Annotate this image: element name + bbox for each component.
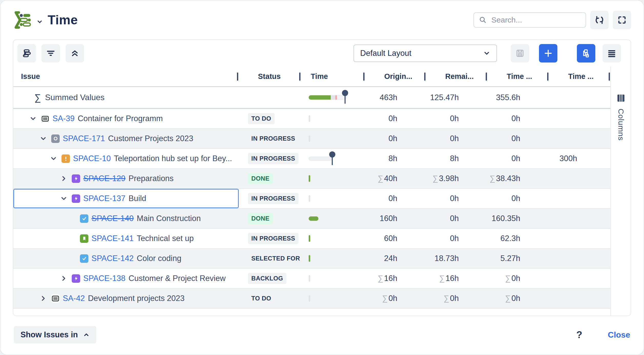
issue-key-link[interactable]: SPACE-10 (73, 154, 111, 163)
time-spent-value: 62.3h (487, 234, 549, 243)
time-spent-value: 5.27h (487, 254, 549, 263)
time-spent-value: 0h (487, 114, 549, 123)
status-badge[interactable]: BACKLOG (248, 273, 286, 284)
issue-type-task-icon (80, 254, 88, 263)
column-header-time-spent[interactable]: Time ... (487, 67, 549, 86)
column-header-time-4[interactable]: Time ... (549, 67, 610, 86)
table-header-row: Issue Status Time Origin... Remai... Tim… (13, 67, 610, 87)
issue-type-epic-icon (72, 174, 80, 183)
group-by-button[interactable] (17, 44, 36, 62)
app-switcher-chevron-down-icon[interactable] (36, 18, 43, 25)
table-row[interactable]: SPACE-171 Customer Projects 2023 IN PROG… (13, 129, 610, 149)
issue-key-link[interactable]: SPACE-138 (83, 274, 126, 283)
issue-key-link[interactable]: SPACE-142 (91, 254, 134, 263)
issue-key-link[interactable]: SPACE-137 (83, 194, 126, 203)
time-spent-value: ∑0h (487, 294, 549, 303)
add-button[interactable] (539, 44, 557, 62)
status-badge[interactable]: IN PROGRESS (248, 153, 298, 164)
issue-key-link[interactable]: SPACE-141 (91, 234, 134, 243)
status-badge[interactable]: TO DO (248, 113, 275, 124)
refresh-button[interactable] (590, 11, 609, 29)
time-bar (309, 135, 310, 142)
column-header-status[interactable]: Status (239, 67, 301, 86)
layout-select[interactable]: Default Layout (354, 45, 497, 62)
column-resize-handle[interactable] (299, 72, 300, 81)
chevron-right-icon[interactable] (38, 294, 48, 303)
status-badge[interactable]: IN PROGRESS (248, 193, 298, 204)
table-row[interactable]: SA-42 Development projects 2023 TO DO ∑0… (13, 289, 610, 309)
search-box[interactable] (473, 12, 586, 28)
column-resize-handle[interactable] (547, 72, 548, 81)
issue-type-task-icon (80, 214, 88, 223)
time-bar (309, 275, 310, 282)
issue-key-link[interactable]: SA-42 (63, 294, 85, 303)
column-header-time[interactable]: Time (301, 67, 365, 86)
help-button[interactable]: ? (576, 329, 582, 340)
close-button[interactable]: Close (608, 330, 630, 340)
issue-key-link[interactable]: SPACE-171 (63, 134, 105, 143)
fullscreen-icon (617, 15, 627, 25)
sigma-icon: ∑ (34, 92, 41, 103)
original-estimate-value: 0h (365, 114, 426, 123)
refresh-icon (595, 15, 604, 25)
column-header-remaining[interactable]: Remai... (426, 67, 487, 86)
issue-summary: Preparations (129, 174, 174, 183)
status-badge[interactable]: SELECTED FOR (248, 253, 303, 264)
chevron-down-icon[interactable] (38, 134, 48, 143)
collapse-all-button[interactable] (66, 44, 84, 62)
list-view-button[interactable] (603, 44, 621, 62)
time-bar (309, 216, 318, 221)
column-header-original-estimate[interactable]: Origin... (365, 67, 426, 86)
status-badge[interactable]: TO DO (248, 293, 275, 304)
issue-key-link[interactable]: SA-39 (53, 114, 75, 123)
table-row[interactable]: SPACE-129 Preparations DONE ∑40h ∑3.98h … (13, 169, 610, 189)
tree-view-button[interactable] (577, 44, 595, 62)
column-header-issue[interactable]: Issue (13, 67, 239, 86)
column-resize-handle[interactable] (609, 72, 610, 81)
table-row[interactable]: SPACE-141 Technical set up IN PROGRESS 6… (13, 229, 610, 249)
status-badge[interactable]: DONE (248, 173, 273, 184)
chevron-down-icon[interactable] (28, 114, 38, 123)
chevron-right-icon[interactable] (59, 274, 69, 283)
remaining-value: ∑16h (426, 274, 487, 283)
layout-select-value: Default Layout (360, 49, 411, 58)
group-by-icon (22, 48, 32, 58)
columns-panel-label: Columns (617, 109, 625, 141)
status-badge[interactable]: IN PROGRESS (248, 233, 298, 244)
page-title: Time (48, 13, 78, 27)
filter-button[interactable] (41, 44, 60, 62)
column-resize-handle[interactable] (424, 72, 425, 81)
column-resize-handle[interactable] (237, 72, 238, 81)
search-icon (479, 16, 487, 24)
plus-icon (544, 49, 553, 58)
column-resize-handle[interactable] (363, 72, 365, 81)
chevron-down-icon[interactable] (49, 154, 58, 163)
issue-type-theme-icon (51, 134, 60, 143)
status-badge[interactable]: IN PROGRESS (248, 133, 298, 144)
fullscreen-button[interactable] (613, 11, 631, 29)
show-issues-in-button[interactable]: Show Issues in (14, 326, 96, 343)
column-resize-handle[interactable] (486, 72, 487, 81)
issue-type-story-icon (80, 234, 88, 243)
table-row[interactable]: SPACE-138 Customer & Project Review BACK… (13, 269, 610, 289)
status-badge[interactable]: DONE (248, 213, 273, 224)
issue-key-link[interactable]: SPACE-129 (83, 174, 126, 183)
save-layout-button[interactable] (511, 44, 529, 62)
issue-key-link[interactable]: SPACE-140 (91, 214, 134, 223)
issue-type-incident-icon (61, 154, 70, 163)
columns-panel-toggle[interactable]: Columns (610, 67, 631, 316)
table-row-selected[interactable]: SPACE-137 Build IN PROGRESS 0h 0h 0h (13, 189, 610, 209)
table-row[interactable]: SPACE-10 Teleportation hub set up for Be… (13, 149, 610, 169)
chevron-down-icon[interactable] (59, 194, 69, 203)
time-bar (309, 157, 332, 161)
issue-summary: Color coding (137, 254, 181, 263)
app-logo-sigma-icon[interactable] (13, 10, 33, 30)
chevron-up-icon (83, 331, 90, 338)
table-row[interactable]: SPACE-140 Main Construction DONE 160h 0h… (13, 209, 610, 229)
issue-type-container-icon (41, 114, 49, 123)
issues-table-card: Default Layout (13, 39, 631, 316)
search-input[interactable] (491, 16, 590, 24)
table-row[interactable]: SA-39 Container for Programm TO DO 0h 0h… (13, 109, 610, 129)
table-row[interactable]: SPACE-142 Color coding SELECTED FOR 24h … (13, 249, 610, 269)
chevron-right-icon[interactable] (59, 174, 69, 183)
